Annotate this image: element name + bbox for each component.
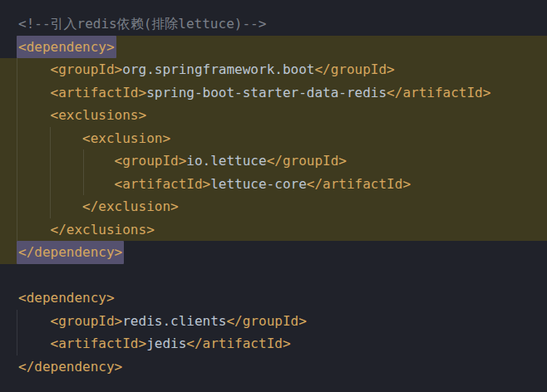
- indent-guide: [17, 195, 17, 218]
- code-lines-container: <!--引入redis依赖(排除lettuce)--><dependency> …: [0, 12, 547, 378]
- indent-guide: [17, 127, 17, 150]
- indentation: [18, 85, 51, 100]
- code-line[interactable]: <artifactId>jedis</artifactId>: [0, 332, 547, 355]
- code-line[interactable]: <dependency>: [0, 36, 547, 59]
- token-tag: <groupId>: [51, 61, 123, 77]
- token-tag: <dependency>: [18, 290, 115, 306]
- token-tag: <exclusions>: [51, 107, 147, 123]
- code-text: <artifactId>lettuce-core</artifactId>: [18, 176, 411, 192]
- indent-guide: [17, 173, 17, 196]
- code-editor[interactable]: <!--引入redis依赖(排除lettuce)--><dependency> …: [0, 0, 547, 392]
- token-tag: </dependency>: [18, 359, 122, 375]
- code-line[interactable]: </dependency>: [0, 241, 547, 264]
- token-text: io.lettuce: [186, 153, 266, 169]
- code-line[interactable]: <groupId>redis.clients</groupId>: [0, 310, 547, 333]
- indentation: [18, 336, 51, 351]
- code-text: <artifactId>spring-boot-starter-data-red…: [18, 85, 490, 100]
- code-text: </dependency>: [18, 359, 122, 375]
- indent-guide: [17, 332, 17, 355]
- code-line[interactable]: <exclusions>: [0, 104, 547, 127]
- indent-guide: [17, 104, 17, 127]
- indentation: [18, 176, 115, 192]
- code-text: </exclusions>: [18, 222, 155, 238]
- token-comment: <!--引入redis依赖(排除lettuce)-->: [18, 16, 266, 32]
- code-line[interactable]: <!--引入redis依赖(排除lettuce)-->: [0, 12, 547, 36]
- token-tag: <artifactId>: [115, 176, 211, 192]
- code-line[interactable]: <artifactId>spring-boot-starter-data-red…: [0, 81, 547, 105]
- code-line[interactable]: <exclusion>: [0, 127, 547, 150]
- token-text: redis.clients: [122, 313, 226, 329]
- matched-tag-highlight: <dependency>: [17, 36, 116, 59]
- token-tag: <exclusion>: [82, 130, 170, 146]
- token-text: jedis: [146, 336, 186, 351]
- code-line[interactable]: <groupId>org.springframework.boot</group…: [0, 58, 547, 81]
- indentation: [18, 222, 51, 238]
- token-text: lettuce-core: [210, 176, 307, 192]
- indentation: [18, 107, 51, 123]
- token-text: spring-boot-starter-data-redis: [146, 85, 387, 100]
- indent-guide: [17, 149, 17, 173]
- token-tag: </exclusions>: [51, 222, 155, 238]
- token-tag: <groupId>: [51, 313, 123, 329]
- code-line[interactable]: </exclusions>: [0, 218, 547, 242]
- code-text: </dependency>: [18, 244, 122, 260]
- indent-guide: [17, 58, 17, 81]
- token-tag: </artifactId>: [387, 85, 490, 100]
- code-line[interactable]: [0, 264, 547, 287]
- indentation: [18, 61, 51, 77]
- indentation: [18, 153, 115, 169]
- indent-guide: [17, 310, 17, 333]
- code-text: <exclusions>: [18, 107, 146, 123]
- code-text: <groupId>org.springframework.boot</group…: [18, 61, 395, 77]
- token-tag: </groupId>: [314, 61, 394, 77]
- code-text: <exclusion>: [18, 130, 170, 146]
- indentation: [18, 313, 51, 329]
- token-tag: </groupId>: [226, 313, 306, 329]
- code-line[interactable]: <groupId>io.lettuce</groupId>: [0, 149, 547, 173]
- token-tag: </artifactId>: [307, 176, 411, 192]
- token-tag: </artifactId>: [186, 336, 290, 351]
- token-tag: <artifactId>: [51, 85, 147, 100]
- code-text: </exclusion>: [18, 198, 179, 214]
- code-text: <dependency>: [18, 39, 115, 55]
- code-text: <artifactId>jedis</artifactId>: [18, 336, 291, 351]
- indentation: [18, 198, 82, 214]
- code-text: <!--引入redis依赖(排除lettuce)-->: [18, 16, 266, 32]
- indent-guide: [17, 81, 17, 105]
- indent-guide: [17, 218, 17, 242]
- token-tag: <groupId>: [115, 153, 187, 169]
- token-tag: <artifactId>: [51, 336, 147, 351]
- code-text: <groupId>redis.clients</groupId>: [18, 313, 307, 329]
- token-text: org.springframework.boot: [122, 61, 314, 77]
- token-tag: </groupId>: [267, 153, 347, 169]
- indentation: [18, 130, 82, 146]
- code-line[interactable]: </exclusion>: [0, 195, 547, 218]
- code-text: <dependency>: [18, 290, 115, 306]
- code-line[interactable]: <dependency>: [0, 287, 547, 310]
- matched-tag-highlight: </dependency>: [17, 241, 124, 264]
- code-text: <groupId>io.lettuce</groupId>: [18, 153, 347, 169]
- code-line[interactable]: </dependency>: [0, 355, 547, 379]
- code-line[interactable]: <artifactId>lettuce-core</artifactId>: [0, 173, 547, 196]
- token-tag: </exclusion>: [82, 198, 179, 214]
